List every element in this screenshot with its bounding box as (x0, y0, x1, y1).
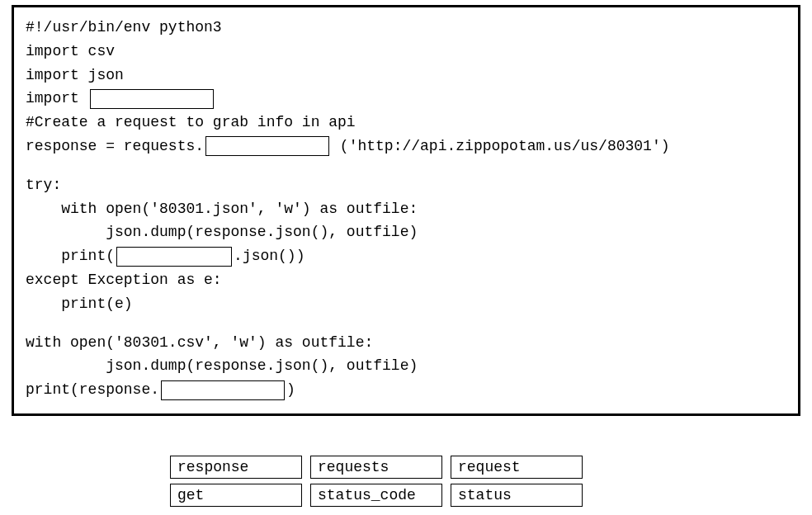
option-get[interactable]: get (170, 484, 302, 507)
blank-print-arg[interactable] (116, 247, 232, 267)
code-text: with open('80301.csv', 'w') as outfile: (26, 331, 373, 355)
code-line: try: (26, 173, 786, 197)
code-line: import json (26, 64, 786, 87)
code-text: print( (26, 244, 115, 268)
code-line: print(e) (26, 292, 786, 316)
option-request[interactable]: request (451, 456, 583, 479)
code-text: import (26, 87, 88, 111)
option-row: response requests request (170, 456, 583, 479)
option-status[interactable]: status (451, 484, 583, 507)
blank-line (26, 158, 786, 173)
option-label: requests (318, 456, 389, 480)
blank-import-module[interactable] (90, 89, 214, 109)
code-line: except Exception as e: (26, 268, 786, 292)
code-line: print( .json()) (26, 244, 786, 268)
code-line: response = requests. ('http://api.zippop… (26, 135, 786, 158)
code-line: json.dump(response.json(), outfile) (26, 354, 786, 378)
code-text: #Create a request to grab info in api (26, 111, 356, 135)
code-line: #!/usr/bin/env python3 (26, 16, 786, 40)
blank-response-attr[interactable] (161, 380, 285, 400)
code-block: #!/usr/bin/env python3 import csv import… (12, 5, 800, 416)
code-text: response = requests. (26, 135, 204, 158)
code-line: import (26, 87, 786, 111)
code-line: import csv (26, 40, 786, 64)
code-text: json.dump(response.json(), outfile) (26, 354, 418, 378)
blank-requests-method[interactable] (205, 136, 329, 156)
code-line: print(response. ) (26, 378, 786, 402)
code-line: #Create a request to grab info in api (26, 111, 786, 135)
option-row: get status_code status (170, 484, 583, 507)
answer-options: response requests request get status_cod… (170, 456, 583, 507)
code-text: with open('80301.json', 'w') as outfile: (26, 197, 418, 221)
code-text: import csv (26, 40, 115, 64)
code-text: try: (26, 173, 61, 197)
code-text: #!/usr/bin/env python3 (26, 16, 222, 40)
code-text: .json()) (234, 244, 304, 268)
option-response[interactable]: response (170, 456, 302, 479)
option-label: request (458, 456, 521, 480)
blank-line (26, 316, 786, 331)
code-line: json.dump(response.json(), outfile) (26, 220, 786, 244)
code-text: print(response. (26, 378, 159, 402)
code-line: with open('80301.json', 'w') as outfile: (26, 197, 786, 221)
option-label: status (458, 484, 512, 508)
code-text: ) (286, 378, 295, 402)
option-label: get (177, 484, 204, 508)
page: #!/usr/bin/env python3 import csv import… (0, 0, 812, 515)
code-text: json.dump(response.json(), outfile) (26, 220, 418, 244)
code-text: import json (26, 64, 124, 87)
option-status-code[interactable]: status_code (310, 484, 442, 507)
code-text: print(e) (26, 292, 133, 316)
option-label: response (177, 456, 248, 480)
code-line: with open('80301.csv', 'w') as outfile: (26, 331, 786, 355)
code-text: ('http://api.zippopotam.us/us/80301') (331, 135, 669, 158)
option-requests[interactable]: requests (310, 456, 442, 479)
option-label: status_code (318, 484, 416, 508)
code-text: except Exception as e: (26, 268, 222, 292)
